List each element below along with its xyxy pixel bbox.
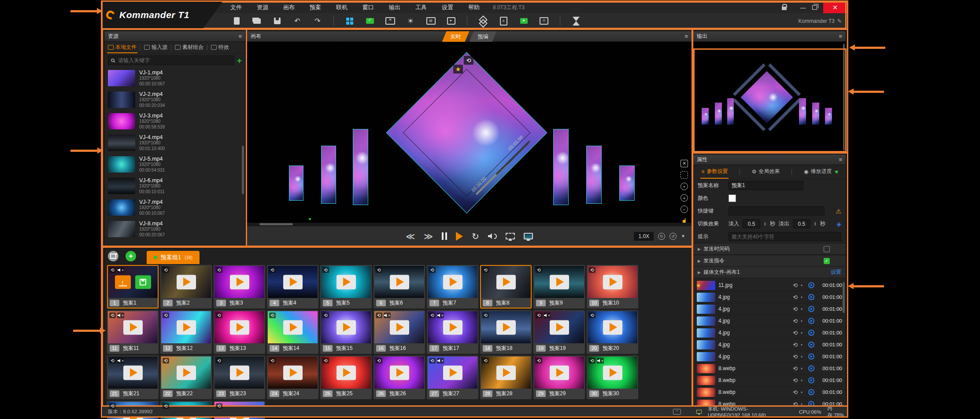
dropdown-caret-icon[interactable]: ▾ [801,390,802,394]
preset-item-2[interactable]: ⟲2预案2 [160,265,212,309]
screen-preview-off-icon[interactable] [506,233,515,239]
loop-mode-button[interactable]: ⟲ [793,306,798,312]
new-project-icon[interactable] [231,16,242,26]
screen-preview-on-icon[interactable] [524,233,533,239]
media-files-section-header[interactable]: ▶ 媒体文件-画布1 设置 [693,267,846,278]
menu-item-7[interactable]: 工具 [415,4,427,11]
undo-icon[interactable]: ↶ [292,16,303,26]
send-timecode-checkbox[interactable]: ✓ [824,246,830,252]
play-button[interactable] [390,275,409,289]
dropdown-caret-icon[interactable]: ▾ [801,355,802,359]
fit-screen-icon[interactable] [680,171,688,179]
send-command-row[interactable]: ▶ 发送指令 ✓ [693,255,846,267]
media-file-row[interactable]: 4.jpg⟲▾00:01:00 [693,339,846,351]
play-button[interactable] [496,320,516,334]
fade-in-stepper[interactable]: ▲▼ [764,222,766,226]
dropdown-caret-icon[interactable]: ▾ [801,283,802,287]
play-button[interactable] [550,320,569,334]
media-file-row[interactable]: 4.jpg⟲▾00:01:00 [693,291,846,303]
properties-menu-icon[interactable]: ≡ [839,156,842,163]
preset-item-10[interactable]: ⟲10预案10 [587,265,638,309]
preset-item-27[interactable]: ⟲✕27预案27 [427,356,478,399]
canvas-screen-bar[interactable] [289,165,303,201]
play-settings-icon[interactable] [446,16,456,26]
preset-item-16[interactable]: ⟲✕16预案16 [374,310,425,354]
play-button[interactable] [456,232,463,241]
send-timecode-row[interactable]: ▶ 发送时间码 ✓ [693,243,846,255]
preset-item-24[interactable]: ⟲24预案24 [267,356,318,399]
zoom-in-icon[interactable]: + [680,194,688,202]
color-swatch[interactable] [729,195,736,202]
loop-mode-button[interactable]: ⟲ [793,353,798,360]
canvas-screen-bar[interactable] [321,146,336,204]
resource-file-row[interactable]: VJ-1.mp41920*108000:00:10:067 [104,67,245,89]
play-button[interactable] [283,275,303,289]
speed-value[interactable]: 1.0X [634,232,654,241]
menu-item-5[interactable]: 窗口 [362,4,374,11]
preset-item-7[interactable]: ⟲7预案7 [427,265,478,309]
fit-selection-icon[interactable]: ✕ [680,160,688,167]
play-button[interactable] [550,365,569,380]
menu-item-9[interactable]: 帮助 [468,4,480,11]
loop-mode-button[interactable]: ⟲ [793,318,798,324]
brightness-icon[interactable]: ☀ [405,16,416,26]
loop-mode-button[interactable]: ⟲ [793,377,798,384]
play-button[interactable] [603,365,622,380]
fade-in-value[interactable]: 0.5 [743,219,760,228]
play-button[interactable] [603,320,622,334]
save-project-icon[interactable] [272,16,282,26]
preset-item-22[interactable]: ⟲22预案22 [160,356,212,399]
output-on-icon[interactable] [365,16,375,26]
resource-tab-effects[interactable]: 特效 [210,42,230,53]
preset-item-13[interactable]: ⟲13预案13 [214,310,265,354]
preset-item-20[interactable]: ⟲20预案20 [587,310,638,354]
lock-icon[interactable] [782,7,787,10]
resource-scrollbar[interactable] [242,146,244,194]
dropdown-caret-icon[interactable]: ▾ [801,319,802,323]
effect-cube-icon[interactable]: ◈ [836,221,841,228]
resource-file-row[interactable]: VJ-6.mp41920*108000:00:10:011 [104,175,245,197]
play-button[interactable] [177,365,196,380]
media-file-row[interactable]: 4.jpg⟲▾00:01:00 [693,303,846,315]
volume-button[interactable] [488,233,497,239]
preset-item-30[interactable]: ⟲✕30预案30 [587,356,638,399]
resource-file-row[interactable]: VJ-5.mp41920*108000:00:54:031 [104,154,245,175]
resource-file-row[interactable]: VJ-3.mp41920*108000:00:58:539 [104,110,245,132]
resource-file-row[interactable]: VJ-7.mp41920*108000:00:10:067 [104,197,245,218]
preset-item-28[interactable]: ⟲28预案28 [480,356,532,399]
preset-item-6[interactable]: ⟲6预案6 [374,265,425,309]
timer-loop-icon[interactable]: ↻ [658,233,665,240]
play-button[interactable] [603,275,622,289]
canvas-screen-bar[interactable] [586,146,602,204]
hotkey-input[interactable] [729,206,825,216]
collect-icon[interactable] [539,16,549,26]
play-button[interactable] [337,275,356,289]
play-button[interactable] [230,365,249,380]
loop-mode-button[interactable]: ⟲ [793,401,798,406]
restart-button[interactable]: ↻ [472,231,479,242]
play-button[interactable] [177,320,196,334]
preset-item-3[interactable]: ⟲3预案3 [214,265,265,309]
pause-button[interactable] [442,232,447,240]
play-button[interactable] [283,365,303,380]
preset-item-4[interactable]: ⟲4预案4 [267,265,318,309]
preset-item-11[interactable]: ⟲✕11预案11 [107,310,159,354]
play-button[interactable] [496,275,516,289]
expand-caret-icon[interactable]: ▶ [698,270,701,275]
output-menu-icon[interactable]: ≡ [839,33,842,40]
send-command-checkbox[interactable]: ✓ [824,258,830,264]
takeover-button[interactable]: ↑ [115,275,131,289]
timer-icon[interactable] [571,16,581,26]
resource-tab-local-files[interactable]: 本地文件 [107,42,137,53]
play-button[interactable] [177,275,196,289]
center-view-icon[interactable]: • [680,183,688,190]
dropdown-caret-icon[interactable]: ▾ [801,343,802,347]
loop-mode-button[interactable]: ⟲ [793,282,798,289]
play-button[interactable] [283,320,303,334]
preset-item-5[interactable]: ⟲5预案5 [320,265,372,309]
play-button[interactable] [496,365,516,380]
media-file-row[interactable]: 8.webp⟲▾00:01:00 [693,363,846,375]
menu-item-1[interactable]: 资源 [257,4,268,11]
preset-item-14[interactable]: ⟲14预案14 [267,310,318,354]
resource-file-row[interactable]: VJ-8.mp41920*108000:00:20:067 [104,218,245,240]
